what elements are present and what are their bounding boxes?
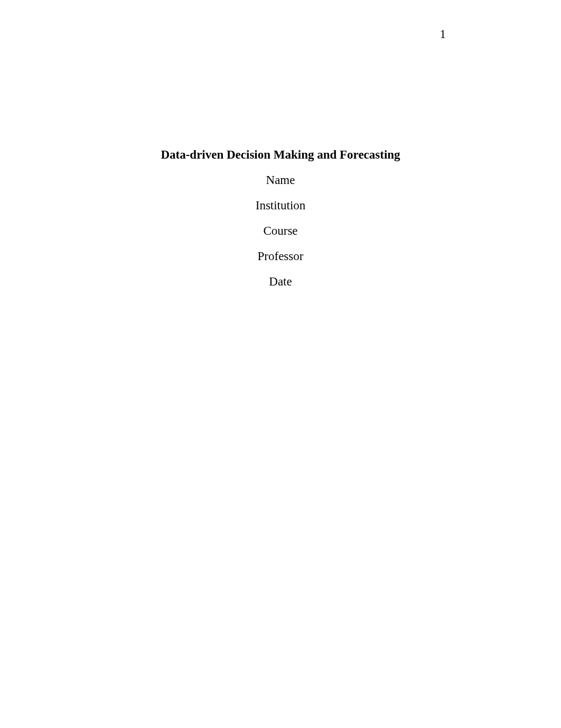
title-page-content: Data-driven Decision Making and Forecast…	[0, 148, 561, 300]
name-field: Name	[0, 173, 561, 187]
professor-field: Professor	[0, 250, 561, 263]
course-field: Course	[0, 224, 561, 238]
document-title: Data-driven Decision Making and Forecast…	[0, 148, 561, 162]
institution-field: Institution	[0, 199, 561, 213]
date-field: Date	[0, 275, 561, 289]
page-number: 1	[440, 27, 446, 41]
